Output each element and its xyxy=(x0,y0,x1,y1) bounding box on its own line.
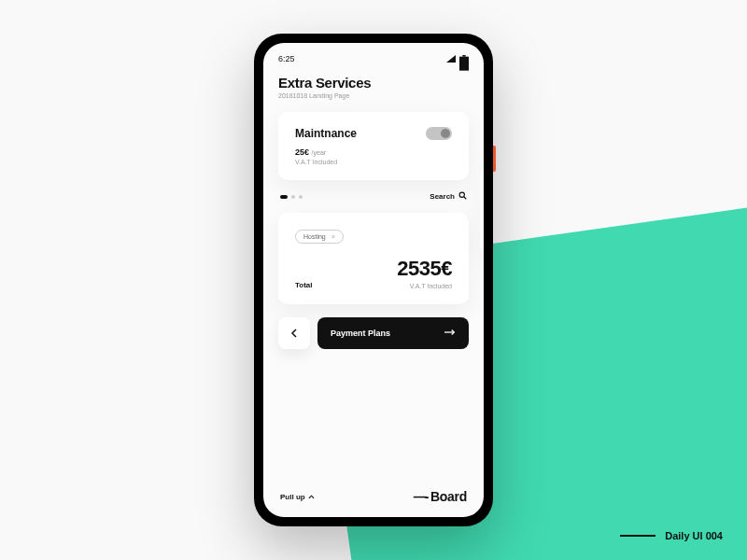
service-toggle[interactable] xyxy=(426,127,452,140)
next-card-peek[interactable] xyxy=(480,169,484,255)
search-button[interactable]: Search xyxy=(430,191,467,202)
chip-label: Hosting xyxy=(303,233,326,240)
total-vat-note: V.A.T Included xyxy=(397,283,452,289)
dot-1[interactable] xyxy=(280,195,288,199)
close-icon[interactable]: × xyxy=(331,233,335,240)
total-amount: 2535€ xyxy=(397,257,452,281)
back-button[interactable] xyxy=(278,317,310,349)
service-price: 25€ /year xyxy=(295,147,452,157)
brand-logo: —- Board xyxy=(414,489,467,504)
signal-icon xyxy=(446,55,456,63)
svg-line-3 xyxy=(464,197,466,199)
primary-button-label: Payment Plans xyxy=(331,329,390,338)
total-card: Hosting × Total 2535€ V.A.T Included xyxy=(278,213,469,304)
page-header: Extra Services 20181018 Landing Page xyxy=(278,75,469,99)
status-bar: 6:25 xyxy=(278,54,469,63)
dot-3[interactable] xyxy=(299,195,303,199)
carousel-dots[interactable] xyxy=(280,195,303,199)
filter-chip-hosting[interactable]: Hosting × xyxy=(295,230,344,244)
battery-icon xyxy=(459,55,469,63)
page-title: Extra Services xyxy=(278,75,469,91)
search-label: Search xyxy=(430,192,455,201)
dot-2[interactable] xyxy=(291,195,295,199)
service-vat-note: V.A.T Included xyxy=(295,159,452,165)
status-icons xyxy=(446,55,469,63)
chevron-up-icon xyxy=(308,493,315,501)
arrow-right-icon xyxy=(444,329,456,338)
footer: Pull up —- Board xyxy=(278,489,469,508)
total-label: Total xyxy=(295,281,313,289)
service-card[interactable]: Maintnance 25€ /year V.A.T Included xyxy=(278,112,469,180)
svg-point-2 xyxy=(459,192,464,197)
button-row: Payment Plans xyxy=(278,317,469,349)
screen: 6:25 Extra Services 20181018 Landing Pag… xyxy=(263,43,484,517)
svg-rect-0 xyxy=(459,57,469,71)
status-time: 6:25 xyxy=(278,54,295,63)
search-icon xyxy=(458,191,467,202)
chevron-left-icon xyxy=(290,325,298,342)
svg-rect-1 xyxy=(462,55,465,57)
pull-up-label: Pull up xyxy=(280,493,305,501)
pager-row: Search xyxy=(278,191,469,202)
payment-plans-button[interactable]: Payment Plans xyxy=(317,317,469,349)
phone-frame: 6:25 Extra Services 20181018 Landing Pag… xyxy=(254,34,493,526)
image-caption: Daily UI 004 xyxy=(620,530,723,541)
page-subtitle: 20181018 Landing Page xyxy=(278,92,469,99)
pull-up-handle[interactable]: Pull up xyxy=(280,493,315,501)
